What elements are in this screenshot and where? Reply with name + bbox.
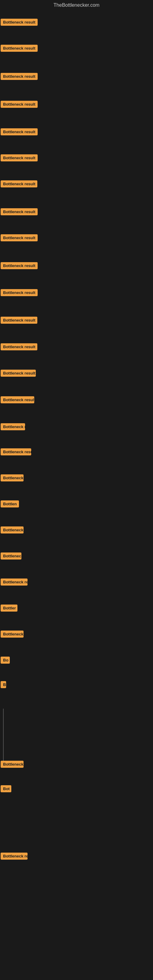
bottleneck-badge-8: Bottleneck result: [1, 208, 38, 215]
bottleneck-badge-17: Bottleneck resu: [1, 449, 31, 455]
bottleneck-badge-9: Bottleneck result: [1, 234, 38, 241]
bottleneck-badge-11: Bottleneck result: [1, 289, 38, 296]
bottleneck-badge-18: Bottleneck: [1, 474, 24, 481]
bottleneck-item-2: Bottleneck result: [1, 45, 38, 53]
bottleneck-item-5: Bottleneck result: [1, 128, 38, 137]
bottleneck-item-28: Bot: [1, 785, 11, 794]
bottleneck-item-26: B: [1, 681, 6, 689]
bottleneck-badge-25: Bo: [1, 657, 10, 663]
bottleneck-item-8: Bottleneck result: [1, 208, 38, 216]
bottleneck-badge-27: Bottleneck: [1, 761, 24, 768]
bottleneck-item-19: Bottlen: [1, 500, 19, 509]
bottleneck-item-14: Bottleneck result: [1, 370, 36, 378]
bottleneck-item-16: Bottleneck r: [1, 423, 25, 431]
bottleneck-badge-6: Bottleneck result: [1, 154, 38, 161]
bottleneck-item-3: Bottleneck result: [1, 73, 38, 81]
bottleneck-item-6: Bottleneck result: [1, 154, 38, 162]
bottleneck-badge-12: Bottleneck result: [1, 317, 37, 324]
bottleneck-item-15: Bottleneck result: [1, 396, 34, 404]
bottleneck-item-1: Bottleneck result: [1, 19, 38, 27]
bottleneck-badge-7: Bottleneck result: [1, 180, 37, 188]
bottleneck-badge-5: Bottleneck result: [1, 128, 38, 135]
bottleneck-badge-21: Bottlenec: [1, 552, 21, 560]
bottleneck-item-7: Bottleneck result: [1, 180, 37, 189]
bottleneck-badge-16: Bottleneck r: [1, 423, 25, 430]
bottleneck-badge-13: Bottleneck result: [1, 343, 37, 350]
bottleneck-badge-2: Bottleneck result: [1, 45, 38, 52]
bottleneck-badge-23: Bottler: [1, 605, 18, 612]
vertical-line: [3, 709, 4, 764]
bottleneck-item-17: Bottleneck resu: [1, 449, 31, 457]
bottleneck-item-29: Bottleneck re: [1, 853, 27, 861]
bottleneck-badge-20: Bottleneck: [1, 527, 24, 533]
bottleneck-item-9: Bottleneck result: [1, 234, 38, 243]
bottleneck-badge-22: Bottleneck re: [1, 579, 27, 585]
bottleneck-item-12: Bottleneck result: [1, 317, 37, 325]
bottleneck-item-10: Bottleneck result: [1, 262, 38, 270]
bottleneck-item-22: Bottleneck re: [1, 579, 27, 587]
bottleneck-item-25: Bo: [1, 657, 10, 665]
bottleneck-badge-1: Bottleneck result: [1, 19, 38, 26]
bottleneck-item-20: Bottleneck: [1, 527, 24, 535]
bottleneck-item-21: Bottlenec: [1, 552, 21, 561]
bottleneck-badge-29: Bottleneck re: [1, 853, 27, 860]
bottleneck-item-4: Bottleneck result: [1, 101, 38, 109]
bottleneck-badge-14: Bottleneck result: [1, 370, 36, 377]
bottleneck-badge-10: Bottleneck result: [1, 262, 38, 269]
bottleneck-item-23: Bottler: [1, 605, 18, 613]
bottleneck-badge-3: Bottleneck result: [1, 73, 38, 80]
bottleneck-badge-15: Bottleneck result: [1, 396, 34, 403]
bottleneck-badge-28: Bot: [1, 785, 11, 792]
site-title: TheBottlenecker.com: [0, 0, 153, 10]
bottleneck-item-18: Bottleneck: [1, 474, 24, 483]
bottleneck-badge-26: B: [1, 681, 6, 688]
bottleneck-item-13: Bottleneck result: [1, 343, 37, 352]
bottleneck-item-11: Bottleneck result: [1, 289, 38, 298]
bottleneck-item-27: Bottleneck: [1, 761, 24, 769]
bottleneck-badge-4: Bottleneck result: [1, 101, 38, 108]
bottleneck-badge-19: Bottlen: [1, 500, 19, 508]
bottleneck-badge-24: Bottleneck: [1, 630, 24, 638]
bottleneck-item-24: Bottleneck: [1, 630, 24, 639]
